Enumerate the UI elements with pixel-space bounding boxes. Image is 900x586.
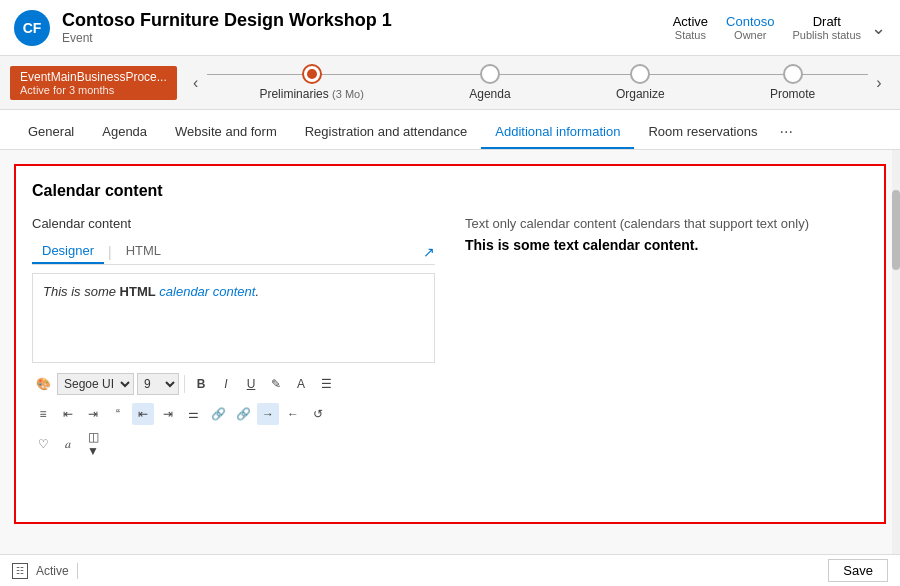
toolbar-highlight-btn[interactable]: ✎ xyxy=(265,373,287,395)
toolbar-heart-btn[interactable]: ♡ xyxy=(32,433,54,455)
tab-additional-info[interactable]: Additional information xyxy=(481,116,634,149)
tabs-bar: General Agenda Website and form Registra… xyxy=(0,110,900,150)
editor-tabs: Designer | HTML ↗ xyxy=(32,239,435,265)
toolbar-ltr-btn[interactable]: → xyxy=(257,403,279,425)
status-icon: ☷ xyxy=(12,563,28,579)
stage-preliminaries[interactable]: Preliminaries (3 Mo) xyxy=(259,64,363,101)
font-name-select[interactable]: Segoe UI xyxy=(57,373,134,395)
status-bar-left: ☷ Active xyxy=(12,563,78,579)
stages-container: Preliminaries (3 Mo) Agenda Organize Pro… xyxy=(207,64,868,101)
stage-label-agenda: Agenda xyxy=(469,87,510,101)
toolbar-row-1: 🎨 Segoe UI 9 B I U ✎ A ☰ xyxy=(32,369,435,399)
status-text: Active xyxy=(36,564,69,578)
toolbar-format-btn[interactable]: 🎨 xyxy=(32,373,54,395)
progress-arrow-right[interactable]: › xyxy=(868,72,890,94)
content-inner: Calendar content Calendar content Design… xyxy=(14,164,886,524)
app-header: CF Contoso Furniture Design Workshop 1 E… xyxy=(0,0,900,56)
left-column: Calendar content Designer | HTML ↗ This … xyxy=(32,216,435,459)
editor-tab-html[interactable]: HTML xyxy=(116,239,171,264)
font-size-select[interactable]: 9 xyxy=(137,373,179,395)
stage-organize[interactable]: Organize xyxy=(616,64,665,101)
text-only-label: Text only calendar content (calendars th… xyxy=(465,216,868,231)
title-block: Contoso Furniture Design Workshop 1 Even… xyxy=(62,10,673,45)
event-title: Contoso Furniture Design Workshop 1 xyxy=(62,10,673,31)
toolbar-align-left-btn[interactable]: ⇤ xyxy=(132,403,154,425)
calendar-content-label: Calendar content xyxy=(32,216,435,231)
save-button[interactable]: Save xyxy=(828,559,888,582)
stage-promote[interactable]: Promote xyxy=(770,64,815,101)
header-meta: Active Status Contoso Owner Draft Publis… xyxy=(673,14,861,41)
tab-agenda[interactable]: Agenda xyxy=(88,116,161,149)
toolbar-rtl-btn[interactable]: ← xyxy=(282,403,304,425)
tab-more-button[interactable]: ··· xyxy=(771,115,800,149)
owner-item: Contoso Owner xyxy=(726,14,774,41)
publish-value: Draft xyxy=(793,14,861,29)
expand-icon[interactable]: ↗ xyxy=(423,244,435,260)
stage-circle-organize xyxy=(630,64,650,84)
toolbar-quote-btn[interactable]: “ xyxy=(107,403,129,425)
right-column: Text only calendar content (calendars th… xyxy=(465,216,868,459)
active-stage-sub: Active for 3 months xyxy=(20,84,167,96)
stage-agenda[interactable]: Agenda xyxy=(469,64,510,101)
toolbar-row-2: ≡ ⇤ ⇥ “ ⇤ ⇥ ⚌ 🔗 🔗 → ← ↺ xyxy=(32,399,435,429)
toolbar-align-center-btn[interactable]: ⇥ xyxy=(157,403,179,425)
stage-label-promote: Promote xyxy=(770,87,815,101)
event-subtitle: Event xyxy=(62,31,673,45)
stage-circle-agenda xyxy=(480,64,500,84)
tab-website-form[interactable]: Website and form xyxy=(161,116,291,149)
tab-room-reservations[interactable]: Room reservations xyxy=(634,116,771,149)
toolbar-unlink-btn[interactable]: 🔗 xyxy=(232,403,254,425)
toolbar-subscript-btn[interactable]: 𝑎 xyxy=(57,433,79,455)
two-column-layout: Calendar content Designer | HTML ↗ This … xyxy=(32,216,868,459)
toolbar-indent-btn[interactable]: ⇥ xyxy=(82,403,104,425)
editor-tab-designer[interactable]: Designer xyxy=(32,239,104,264)
toolbar-undo-btn[interactable]: ↺ xyxy=(307,403,329,425)
progress-arrow-left[interactable]: ‹ xyxy=(185,72,207,94)
toolbar-list-btn[interactable]: ≡ xyxy=(32,403,54,425)
publish-label: Publish status xyxy=(793,29,861,41)
stage-label-preliminaries: Preliminaries (3 Mo) xyxy=(259,87,363,101)
toolbar-divider-1 xyxy=(184,375,185,393)
toolbar-italic-btn[interactable]: I xyxy=(215,373,237,395)
text-only-value: This is some text calendar content. xyxy=(465,237,868,253)
toolbar-fontcolor-btn[interactable]: A xyxy=(290,373,312,395)
toolbar-link-btn[interactable]: 🔗 xyxy=(207,403,229,425)
toolbar-row-3: ♡ 𝑎 ◫ ▼ xyxy=(32,429,435,459)
status-label: Status xyxy=(673,29,708,41)
progress-bar: EventMainBusinessProce... Active for 3 m… xyxy=(0,56,900,110)
avatar: CF xyxy=(14,10,50,46)
toolbar-align-justify-btn[interactable]: ⚌ xyxy=(182,403,204,425)
publish-item: Draft Publish status xyxy=(793,14,861,41)
status-value: Active xyxy=(673,14,708,29)
toolbar-underline-btn[interactable]: U xyxy=(240,373,262,395)
status-bar: ☷ Active Save xyxy=(0,554,900,586)
owner-label: Owner xyxy=(726,29,774,41)
stage-label-organize: Organize xyxy=(616,87,665,101)
editor-tab-divider: | xyxy=(104,244,116,260)
active-stage-tag[interactable]: EventMainBusinessProce... Active for 3 m… xyxy=(10,66,177,100)
scrollbar-track xyxy=(892,150,900,554)
status-item: Active Status xyxy=(673,14,708,41)
toolbar-bold-btn[interactable]: B xyxy=(190,373,212,395)
main-content: Calendar content Calendar content Design… xyxy=(0,150,900,554)
tab-registration[interactable]: Registration and attendance xyxy=(291,116,482,149)
toolbar-table-btn[interactable]: ◫ ▼ xyxy=(82,433,104,455)
section-title: Calendar content xyxy=(32,182,868,200)
toolbar-unindent-btn[interactable]: ⇤ xyxy=(57,403,79,425)
owner-value: Contoso xyxy=(726,14,774,29)
status-divider xyxy=(77,563,78,579)
tab-general[interactable]: General xyxy=(14,116,88,149)
active-stage-name: EventMainBusinessProce... xyxy=(20,70,167,84)
stage-circle-preliminaries xyxy=(302,64,322,84)
editor-content-area[interactable]: This is some HTML calendar content. xyxy=(32,273,435,363)
header-chevron-icon[interactable]: ⌄ xyxy=(871,17,886,39)
toolbar-align-btn[interactable]: ☰ xyxy=(315,373,337,395)
stage-circle-promote xyxy=(783,64,803,84)
scrollbar-thumb[interactable] xyxy=(892,190,900,270)
